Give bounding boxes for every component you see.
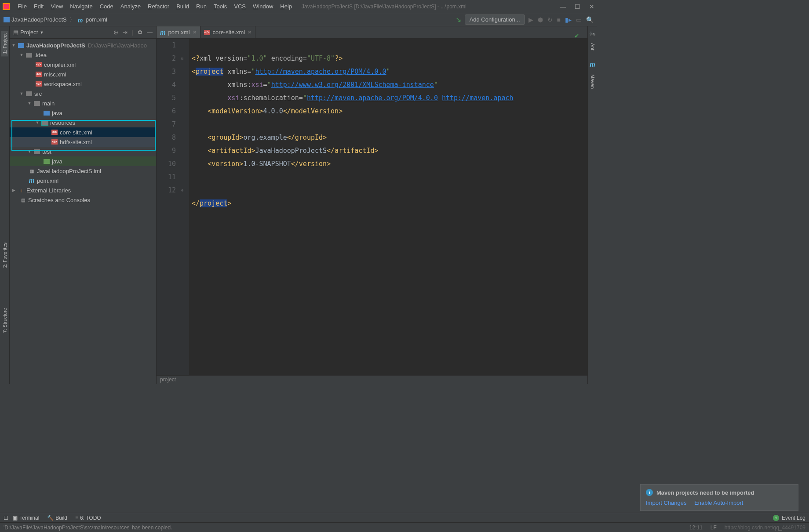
right-tool-gutter: 🐜 Ant m Maven <box>587 26 597 384</box>
run-icon[interactable]: ▶ <box>528 16 533 23</box>
tab-pom[interactable]: mpom.xml✕ <box>157 26 200 38</box>
scratches-icon: ▤ <box>19 197 26 203</box>
maximize-icon[interactable]: ☐ <box>575 3 580 10</box>
breadcrumb-project: JavaHadoopProJectS <box>11 16 67 23</box>
iml-icon: ▦ <box>28 168 35 174</box>
tab-maven[interactable]: Maven <box>589 72 596 91</box>
tab-structure[interactable]: 7: Structure <box>1 305 8 336</box>
project-view-icon: ▤ <box>13 29 18 36</box>
menu-edit[interactable]: Edit <box>31 1 46 11</box>
project-sidebar: ▤ Project ▼ ⊕ ⇥ | ✿ — ▼JavaHadoopProJect… <box>10 26 157 384</box>
window-title-path: JavaHadoopProJectS [D:\JavaFile\JavaHado… <box>302 4 466 10</box>
sidebar-title[interactable]: ▤ Project ▼ <box>13 29 44 36</box>
build-icon[interactable]: ↘ <box>456 15 461 24</box>
xml-file-icon: </> <box>204 30 210 35</box>
add-configuration-button[interactable]: Add Configuration... <box>465 14 525 25</box>
tab-ant[interactable]: Ant <box>589 40 596 53</box>
breadcrumb[interactable]: JavaHadoopProJectS 〉 m pom.xml <box>4 16 107 24</box>
maven-file-icon: m <box>28 177 35 184</box>
intellij-icon <box>3 3 10 10</box>
menu-build[interactable]: Build <box>174 1 192 11</box>
close-tab-icon[interactable]: ✕ <box>248 29 251 35</box>
close-icon[interactable]: ✕ <box>589 3 594 10</box>
gear-icon[interactable]: ✿ <box>138 29 142 36</box>
menubar: File Edit View Navigate Code Analyze Ref… <box>15 1 295 11</box>
tree-item-core-site: </>core-site.xml <box>10 127 156 137</box>
tab-core-site[interactable]: </>core-site.xml✕ <box>200 26 256 38</box>
maven-icon: m <box>590 61 595 68</box>
menu-tools[interactable]: Tools <box>211 1 230 11</box>
titlebar: File Edit View Navigate Code Analyze Ref… <box>0 0 597 13</box>
tree-item-hdfs-site: </>hdfs-site.xml <box>10 137 156 147</box>
hide-icon[interactable]: — <box>147 29 153 36</box>
menu-refactor[interactable]: Refactor <box>145 1 172 11</box>
libraries-icon: ⫼ <box>18 187 25 193</box>
search-icon[interactable]: 🔍 <box>586 16 594 23</box>
menu-window[interactable]: Window <box>250 1 276 11</box>
debug-icon[interactable]: ⬢ <box>538 16 543 23</box>
editor-breadcrumb[interactable]: project <box>157 375 587 384</box>
menu-file[interactable]: File <box>15 1 29 11</box>
nav-bar: JavaHadoopProJectS 〉 m pom.xml ↘ Add Con… <box>0 13 597 26</box>
line-gutter: 123456789101112 <box>157 39 181 375</box>
collapse-icon[interactable]: ⇥ <box>123 29 128 36</box>
project-tree[interactable]: ▼JavaHadoopProJectSD:\JavaFile\JavaHadoo… <box>10 39 156 384</box>
ant-icon: 🐜 <box>589 31 596 37</box>
tab-project[interactable]: 1: Project <box>1 31 8 56</box>
locate-icon[interactable]: ⊕ <box>113 29 118 36</box>
maven-file-icon: m <box>78 17 84 22</box>
layout-icon[interactable]: ▭ <box>576 16 582 23</box>
menu-navigate[interactable]: Navigate <box>67 1 95 11</box>
left-tool-gutter: 1: Project 2: Favorites 7: Structure <box>0 26 10 384</box>
menu-vcs[interactable]: VCS <box>231 1 248 11</box>
menu-analyze[interactable]: Analyze <box>118 1 143 11</box>
breadcrumb-file: pom.xml <box>86 16 107 23</box>
fold-gutter[interactable]: ⊟⊕ <box>181 39 189 375</box>
chevron-down-icon: ▼ <box>40 30 44 35</box>
inspections-ok-icon[interactable]: ✔ <box>575 29 579 42</box>
tab-favorites[interactable]: 2: Favorites <box>1 240 8 270</box>
maven-file-icon: m <box>160 29 165 36</box>
minimize-icon[interactable]: — <box>560 3 566 10</box>
coverage-icon[interactable]: ↻ <box>547 16 553 23</box>
folder-icon <box>4 17 10 22</box>
menu-run[interactable]: Run <box>193 1 209 11</box>
stop-icon[interactable]: ■ <box>557 16 561 23</box>
vcs-icon[interactable]: ▮▸ <box>565 16 572 23</box>
menu-view[interactable]: View <box>48 1 66 11</box>
close-tab-icon[interactable]: ✕ <box>193 29 197 35</box>
code-editor[interactable]: 123456789101112 ⊟⊕ <?xml version="1.0" e… <box>157 39 587 375</box>
editor-area: mpom.xml✕ </>core-site.xml✕ 123456789101… <box>157 26 587 384</box>
menu-code[interactable]: Code <box>97 1 116 11</box>
menu-help[interactable]: Help <box>277 1 295 11</box>
